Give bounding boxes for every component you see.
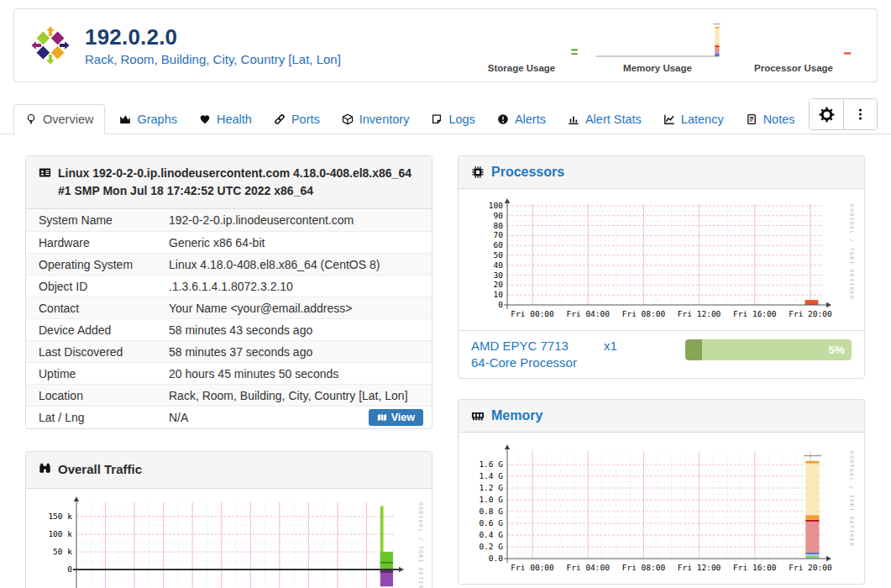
tab-health[interactable]: Health [188,105,263,134]
right-column: Processors Fri 00:00Fri 04:00Fri 08:00Fr… [458,155,865,588]
processor-row: AMD EPYC 7713 x1 64-Core Processor 5% [459,330,864,378]
table-row: Object ID.1.3.6.1.4.1.8072.3.2.10 [26,275,432,297]
kebab-menu-icon [857,108,863,121]
svg-text:80: 80 [494,221,504,230]
processor-usage-label: Processor Usage [731,63,857,73]
svg-text:100: 100 [489,201,503,210]
device-location-subtitle: Rack, Room, Building, City, Country [Lat… [85,52,341,66]
memory-usage-sparkline [595,18,721,62]
processor-count: x1 [604,338,617,354]
storage-usage-minigraph[interactable]: Storage Usage [459,18,584,73]
table-row: ContactYour Name <your@email.address> [26,297,432,318]
tab-inventory-label: Inventory [359,113,410,126]
svg-text:0.8 G: 0.8 G [479,507,503,516]
processor-name-link-line2[interactable]: 64-Core Processor [471,354,617,371]
tab-graphs-label: Graphs [137,113,177,126]
svg-text:0.4 G: 0.4 G [479,530,503,539]
microchip-icon [471,165,485,179]
svg-text:1.2 G: 1.2 G [479,483,503,492]
svg-text:40: 40 [494,260,504,270]
overall-traffic-panel: Overall Traffic 050 k100 k150 kRRDTOOL /… [25,451,432,588]
svg-text:1.6 G: 1.6 G [479,459,503,469]
processors-panel: Processors Fri 00:00Fri 04:00Fri 08:00Fr… [458,155,865,379]
svg-text:0.6 G: 0.6 G [479,518,503,528]
device-tabbar: Overview Graphs Health Ports Inventory L… [0,99,891,134]
svg-text:90: 90 [494,211,504,220]
tab-notes[interactable]: Notes [735,105,806,134]
heartbeat-icon [199,113,211,125]
svg-text:Fri 00:00: Fri 00:00 [511,563,554,572]
more-options-button[interactable] [843,99,877,129]
tab-ports-label: Ports [291,113,320,126]
tab-alert-stats-label: Alert Stats [585,113,642,126]
processors-title: Processors [491,165,564,180]
storage-usage-sparkline [459,18,584,62]
tab-overview[interactable]: Overview [13,104,105,134]
processor-usage-minigraph[interactable]: Processor Usage [731,18,857,73]
device-title: 192.0.2.0 [85,24,341,50]
id-card-icon [39,166,51,179]
svg-text:0.2 G: 0.2 G [479,542,503,551]
svg-text:10: 10 [494,290,504,299]
memory-usage-minigraph[interactable]: Memory Usage [595,18,721,73]
svg-text:0: 0 [67,564,72,574]
binoculars-icon [39,462,51,475]
svg-text:RRDTOOL / TOBI OETIKER: RRDTOOL / TOBI OETIKER [849,451,855,547]
svg-text:RRDTOOL / TOBI OETIKER: RRDTOOL / TOBI OETIKER [418,502,424,588]
device-actions-group [809,98,878,130]
svg-text:0.0: 0.0 [489,554,503,563]
svg-text:Fri 16:00: Fri 16:00 [733,563,777,572]
table-row: System Name192-0-2-0.ip.linodeuserconten… [26,209,432,231]
tab-graphs[interactable]: Graphs [108,105,188,134]
overall-traffic-heading: Overall Traffic [26,452,432,489]
map-icon [377,412,387,423]
svg-text:60: 60 [494,240,504,249]
svg-text:Fri 20:00: Fri 20:00 [789,563,832,572]
memory-panel: Memory Fri 00:00Fri 04:00Fri 08:00Fri 12… [458,399,865,585]
processor-name: AMD EPYC 7713 x1 64-Core Processor [471,338,617,371]
cube-icon [342,113,354,125]
device-info-panel: Linux 192-0-2-0.ip.linodeusercontent.com… [25,155,432,429]
left-column: Linux 192-0-2-0.ip.linodeusercontent.com… [25,155,432,588]
memory-usage-label: Memory Usage [595,63,721,73]
device-info-heading: Linux 192-0-2-0.ip.linodeusercontent.com… [26,156,432,209]
settings-button[interactable] [810,99,843,129]
overall-traffic-graph[interactable]: 050 k100 k150 kRRDTOOL / TOBI OETIKER [26,489,432,588]
storage-usage-label: Storage Usage [459,63,584,73]
chart-area-icon [119,113,131,125]
memory-graph[interactable]: Fri 00:00Fri 04:00Fri 08:00Fri 12:00Fri … [459,433,864,584]
svg-text:20: 20 [494,280,504,289]
svg-text:70: 70 [494,230,504,239]
device-info-table: System Name192-0-2-0.ip.linodeuserconten… [26,209,432,428]
tab-logs-label: Logs [448,113,474,126]
line-chart-icon [663,113,675,125]
processor-usage-bar: 5% [685,339,852,360]
sticky-note-icon [431,113,443,125]
view-map-button[interactable]: View [369,409,423,426]
tab-inventory[interactable]: Inventory [331,105,421,134]
table-row: HardwareGeneric x86 64-bit [26,231,432,253]
processors-heading: Processors [459,156,864,189]
tab-alert-stats[interactable]: Alert Stats [557,105,653,134]
svg-text:150 k: 150 k [48,512,72,521]
tab-alerts[interactable]: Alerts [486,105,557,134]
table-row: Uptime20 hours 45 minutes 50 seconds [26,362,432,384]
latlng-value: N/A [169,411,188,424]
tab-ports[interactable]: Ports [263,105,331,134]
table-row: Device Added58 minutes 43 seconds ago [26,318,432,340]
processors-graph[interactable]: Fri 00:00Fri 04:00Fri 08:00Fri 12:00Fri … [459,189,864,330]
processor-name-link[interactable]: AMD EPYC 7713 [471,338,569,354]
svg-text:50: 50 [494,250,504,260]
svg-text:Fri 12:00: Fri 12:00 [678,563,721,572]
memory-title: Memory [491,408,542,423]
tab-latency[interactable]: Latency [653,105,735,134]
svg-text:50 k: 50 k [53,547,72,556]
svg-text:Fri 00:00: Fri 00:00 [511,309,554,318]
svg-text:Fri 12:00: Fri 12:00 [678,309,721,318]
svg-text:Fri 08:00: Fri 08:00 [622,563,666,572]
tab-logs[interactable]: Logs [420,105,485,134]
exclamation-circle-icon [497,113,509,125]
tab-health-label: Health [217,113,252,126]
device-info-heading-text: Linux 192-0-2-0.ip.linodeusercontent.com… [58,165,419,200]
svg-text:Fri 08:00: Fri 08:00 [622,309,666,318]
